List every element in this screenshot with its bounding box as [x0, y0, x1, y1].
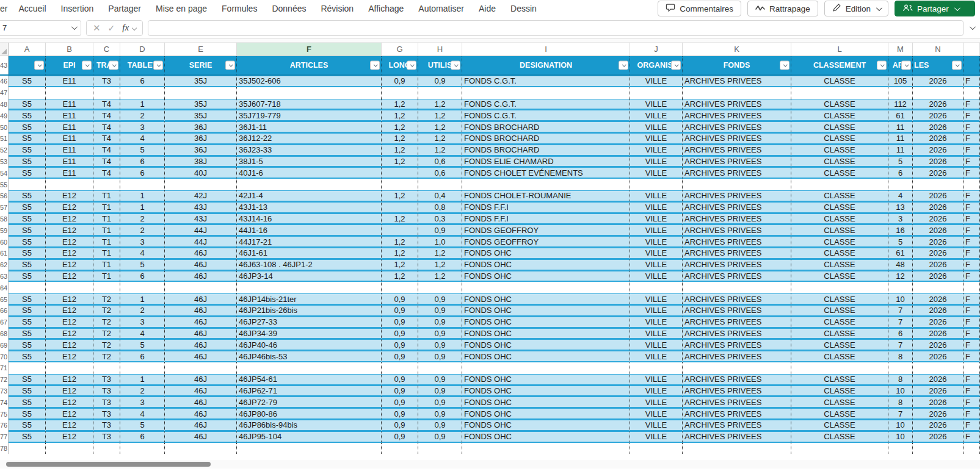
column-header-letter[interactable]	[964, 43, 980, 56]
cell-E53[interactable]: 38J	[165, 156, 237, 168]
cell-K57[interactable]: ARCHIVES PRIVEES	[683, 202, 791, 214]
cell-N61[interactable]: 2026	[913, 248, 964, 259]
cell-L62[interactable]: CLASSE	[791, 259, 888, 271]
row-header-60[interactable]: 60	[0, 236, 9, 248]
cell-O53[interactable]: F	[964, 156, 980, 168]
cell-A46[interactable]: S5	[9, 76, 46, 87]
cell-L63[interactable]: CLASSE	[791, 271, 888, 282]
cell-E67[interactable]: 46J	[165, 317, 237, 328]
cell-H77[interactable]: 0,9	[418, 431, 462, 443]
cell-A70[interactable]: S5	[9, 351, 46, 362]
confirm-entry-icon[interactable]: ✓	[108, 23, 115, 33]
menu-item-automatiser[interactable]: Automatiser	[411, 1, 471, 16]
cell-G74[interactable]: 0,9	[382, 397, 418, 408]
cell-J46[interactable]: VILLE	[630, 76, 683, 87]
cell-N56[interactable]: 2026	[913, 190, 964, 202]
cell-F58[interactable]: 43J14-16	[237, 214, 382, 225]
catchup-button[interactable]: Rattrapage	[747, 1, 818, 16]
cell-B62[interactable]: E12	[46, 259, 93, 271]
cell-M74[interactable]: 8	[888, 397, 913, 408]
cell-N69[interactable]: 2026	[913, 339, 964, 351]
cell-F75[interactable]: 46JP80-86	[237, 408, 382, 420]
cell-F63[interactable]: 46JP3-14	[237, 271, 382, 282]
cell-C76[interactable]: T3	[93, 420, 120, 431]
column-header-letter-J[interactable]: J	[630, 43, 683, 56]
cell-E76[interactable]: 46J	[165, 420, 237, 431]
cell-G55[interactable]	[382, 179, 418, 190]
cell-D52[interactable]: 5	[120, 145, 165, 156]
cell-H56[interactable]: 0,4	[418, 190, 462, 202]
cell-A61[interactable]: S5	[9, 248, 46, 259]
cell-A62[interactable]: S5	[9, 259, 46, 271]
filter-button-B[interactable]	[82, 61, 92, 70]
cell-N73[interactable]: 2026	[913, 386, 964, 397]
cell-I53[interactable]: FONDS ELIE CHAMARD	[462, 156, 630, 168]
function-chevron-icon[interactable]	[132, 25, 137, 30]
cell-B73[interactable]: E12	[46, 386, 93, 397]
cell-O66[interactable]: F	[964, 305, 980, 317]
cell-D62[interactable]: 5	[120, 259, 165, 271]
cell-M69[interactable]: 7	[888, 339, 913, 351]
row-header-74[interactable]: 74	[0, 397, 9, 408]
cell-J55[interactable]	[630, 179, 683, 190]
cell-L76[interactable]: CLASSE	[791, 420, 888, 431]
cell-B69[interactable]: E12	[46, 339, 93, 351]
cell-J78[interactable]	[630, 443, 683, 454]
cell-K51[interactable]: ARCHIVES PRIVEES	[683, 133, 791, 145]
cell-K68[interactable]: ARCHIVES PRIVEES	[683, 328, 791, 340]
cell-L78[interactable]	[791, 443, 888, 454]
filter-button-G[interactable]	[407, 61, 416, 70]
cell-G61[interactable]: 1,2	[382, 248, 418, 259]
cell-A56[interactable]: S5	[9, 190, 46, 202]
filter-button-K[interactable]	[780, 61, 789, 70]
cell-K55[interactable]	[683, 179, 791, 190]
cell-A52[interactable]: S5	[9, 145, 46, 156]
cell-C73[interactable]: T3	[93, 386, 120, 397]
cell-E50[interactable]: 36J	[165, 121, 237, 133]
cell-C62[interactable]: T1	[93, 259, 120, 271]
menu-item-données[interactable]: Données	[264, 1, 313, 16]
cell-G73[interactable]: 0,9	[382, 386, 418, 397]
cell-L55[interactable]	[791, 179, 888, 190]
cell-O60[interactable]: F	[964, 236, 980, 248]
menu-item-dessin[interactable]: Dessin	[503, 1, 544, 16]
cell-O76[interactable]: F	[964, 420, 980, 431]
column-header-DESIGNATION[interactable]: DESIGNATION	[462, 56, 630, 74]
cell-M48[interactable]: 112	[888, 99, 913, 110]
cell-G58[interactable]: 1,2	[382, 214, 418, 225]
row-header-55[interactable]: 55	[0, 179, 9, 190]
column-header-letter-F[interactable]: F	[237, 43, 382, 56]
cell-K48[interactable]: ARCHIVES PRIVEES	[683, 99, 791, 110]
menu-item-partager[interactable]: Partager	[101, 1, 148, 16]
cell-I49[interactable]: FONDS C.G.T.	[462, 110, 630, 121]
cell-O70[interactable]: F	[964, 351, 980, 362]
cell-D69[interactable]: 5	[120, 339, 165, 351]
cell-K76[interactable]: ARCHIVES PRIVEES	[683, 420, 791, 431]
cell-E56[interactable]: 42J	[165, 190, 237, 202]
cell-I52[interactable]: FONDS BROCHARD	[462, 145, 630, 156]
cell-E61[interactable]: 46J	[165, 248, 237, 259]
cell-B65[interactable]: E12	[46, 293, 93, 305]
cell-E63[interactable]: 46J	[165, 271, 237, 282]
cell-M56[interactable]: 4	[888, 190, 913, 202]
row-header-64[interactable]: 64	[0, 282, 9, 293]
cell-C55[interactable]	[93, 179, 120, 190]
cell-H59[interactable]: 0,9	[418, 224, 462, 236]
cell-O72[interactable]: F	[964, 374, 980, 386]
cell-I61[interactable]: FONDS OHC	[462, 248, 630, 259]
cell-A76[interactable]: S5	[9, 420, 46, 431]
cell-I69[interactable]: FONDS OHC	[462, 339, 630, 351]
cell-G75[interactable]: 0,9	[382, 408, 418, 420]
cell-B57[interactable]: E12	[46, 202, 93, 214]
row-header-58[interactable]: 58	[0, 214, 9, 225]
cell-J57[interactable]: VILLE	[630, 202, 683, 214]
cell-D55[interactable]	[120, 179, 165, 190]
cell-H48[interactable]: 1,2	[418, 99, 462, 110]
column-header-A[interactable]	[9, 56, 46, 74]
cell-O68[interactable]: F	[964, 328, 980, 340]
row-header-56[interactable]: 56	[0, 190, 9, 202]
cell-H65[interactable]: 0,9	[418, 293, 462, 305]
cell-J66[interactable]: VILLE	[630, 305, 683, 317]
cell-K69[interactable]: ARCHIVES PRIVEES	[683, 339, 791, 351]
cell-G78[interactable]	[382, 443, 418, 454]
